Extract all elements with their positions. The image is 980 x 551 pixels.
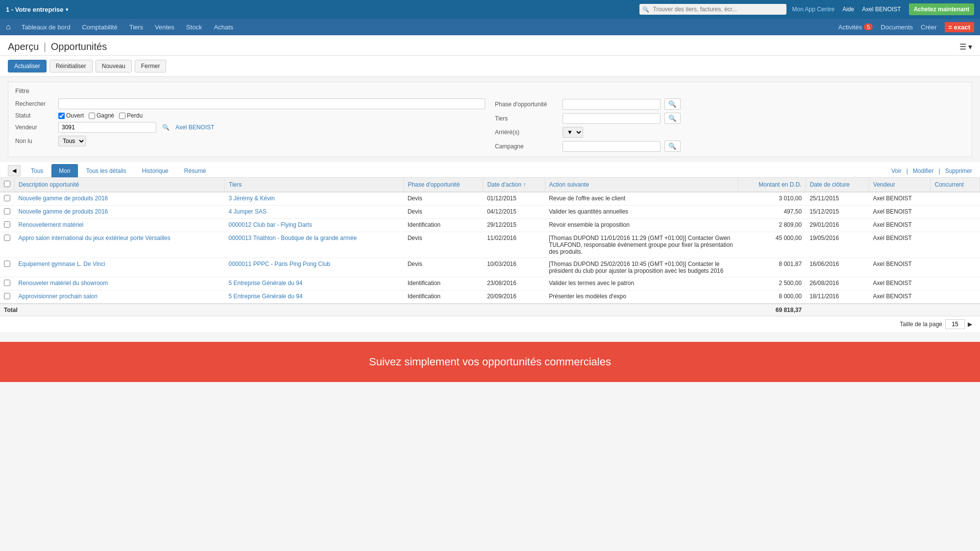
- tiers-name-link-2[interactable]: Club bar - Flying Darts: [253, 221, 312, 228]
- tiers-search-button[interactable]: 🔍: [664, 113, 681, 124]
- phase-search-button[interactable]: 🔍: [664, 98, 681, 110]
- tiers-name-link-6[interactable]: Entreprise Générale du 94: [234, 293, 303, 300]
- statut-ouvert-checkbox[interactable]: [58, 113, 65, 119]
- desc-link-4[interactable]: Equipement gymnase L. De Vinci: [19, 261, 105, 267]
- vendeur-input[interactable]: [58, 122, 156, 133]
- tab-historique[interactable]: Historique: [135, 164, 176, 177]
- col-concurrent[interactable]: Concurrent: [931, 178, 980, 192]
- row-checkbox-6[interactable]: [4, 293, 10, 299]
- actualiser-button[interactable]: Actualiser: [8, 60, 47, 72]
- row-vendeur-1: Axel BENOIST: [869, 206, 931, 219]
- tab-tous[interactable]: Tous: [24, 164, 50, 177]
- creer-link[interactable]: Créer: [921, 24, 937, 31]
- row-checkbox-3[interactable]: [4, 235, 10, 241]
- col-montant[interactable]: Montant en D.D.: [738, 178, 806, 192]
- fermer-button[interactable]: Fermer: [135, 60, 167, 72]
- page-header: Aperçu | Opportunités ☰ ▾: [0, 35, 980, 56]
- page-size-input[interactable]: [945, 319, 965, 329]
- filter-tiers-row: Tiers 🔍: [495, 113, 965, 124]
- row-checkbox-1[interactable]: [4, 208, 10, 215]
- activites-badge: 5: [864, 24, 873, 30]
- tiers-name-link-0[interactable]: Jérémy & Kévin: [234, 195, 275, 202]
- col-date-action[interactable]: Date d'action ↑: [483, 178, 545, 192]
- row-date-action-5: 23/08/2016: [483, 277, 545, 290]
- tiers-label: Tiers: [495, 115, 559, 122]
- reinitialiser-button[interactable]: Réinitialiser: [49, 60, 93, 72]
- row-description-4: Equipement gymnase L. De Vinci: [15, 258, 225, 277]
- col-phase[interactable]: Phase d'opportunité: [404, 178, 483, 192]
- mon-app-centre-link[interactable]: Mon App Centre: [792, 6, 835, 13]
- statut-perdu-label[interactable]: Perdu: [119, 112, 143, 119]
- vendeur-link[interactable]: Axel BENOIST: [175, 124, 214, 131]
- campagne-input[interactable]: [563, 141, 661, 152]
- modifier-link[interactable]: Modifier: [913, 168, 934, 174]
- select-all-checkbox[interactable]: [4, 181, 10, 187]
- tiers-num-link-4[interactable]: 0000011: [229, 261, 252, 267]
- tiers-name-link-5[interactable]: Entreprise Générale du 94: [234, 280, 303, 287]
- tiers-name-link-4[interactable]: PPPC - Paris Ping Pong Club: [253, 261, 330, 267]
- nouveau-button[interactable]: Nouveau: [96, 60, 132, 72]
- view-options-icon[interactable]: ☰ ▾: [959, 42, 972, 51]
- page-next-icon[interactable]: ▶: [968, 321, 972, 328]
- nav-stock[interactable]: Stock: [181, 21, 207, 34]
- col-action-suivante[interactable]: Action suivante: [545, 178, 738, 192]
- tiers-num-link-0[interactable]: 3: [229, 195, 232, 202]
- nav-comptabilite[interactable]: Comptabilité: [77, 21, 122, 34]
- nav-ventes[interactable]: Ventes: [150, 21, 179, 34]
- row-checkbox-0[interactable]: [4, 195, 10, 201]
- company-name[interactable]: 1 - Votre entreprise ▾: [6, 6, 68, 13]
- row-description-2: Renouvellement matériel: [15, 219, 225, 232]
- supprimer-link[interactable]: Supprimer: [945, 168, 972, 174]
- desc-link-2[interactable]: Renouvellement matériel: [19, 221, 84, 228]
- voir-link[interactable]: Voir: [891, 168, 902, 174]
- row-checkbox-4[interactable]: [4, 261, 10, 267]
- statut-ouvert-label[interactable]: Ouvert: [58, 112, 84, 119]
- desc-link-6[interactable]: Approvisionner prochain salon: [19, 293, 98, 300]
- nav-tiers[interactable]: Tiers: [124, 21, 148, 34]
- phase-input[interactable]: [563, 99, 661, 110]
- row-concurrent-3: [931, 232, 980, 258]
- campagne-search-button[interactable]: 🔍: [664, 141, 681, 152]
- tab-collapse-button[interactable]: ◀: [8, 165, 21, 176]
- col-description[interactable]: Description opportunité: [15, 178, 225, 192]
- row-phase-0: Devis: [404, 192, 483, 206]
- statut-perdu-checkbox[interactable]: [119, 113, 125, 119]
- arrieres-select[interactable]: ▼: [563, 127, 583, 138]
- desc-link-3[interactable]: Appro salon international du jeux extéri…: [19, 235, 171, 241]
- statut-gagne-checkbox[interactable]: [89, 113, 95, 119]
- user-menu[interactable]: Axel BENOIST: [862, 6, 901, 13]
- desc-link-0[interactable]: Nouvelle gamme de produits 2016: [19, 195, 108, 202]
- nav-tableaux-de-bord[interactable]: Tableaux de bord: [17, 21, 75, 34]
- aide-menu[interactable]: Aide: [842, 6, 854, 13]
- rechercher-input[interactable]: [58, 98, 485, 109]
- achetez-button[interactable]: Achetez maintenant: [909, 3, 974, 15]
- tab-tous-details[interactable]: Tous les détails: [79, 164, 134, 177]
- tiers-num-link-5[interactable]: 5: [229, 280, 232, 287]
- activites-link[interactable]: Activités 5: [838, 24, 873, 31]
- tiers-name-link-3[interactable]: Triathlon - Boutique de la grande armée: [253, 235, 357, 241]
- tiers-num-link-3[interactable]: 0000013: [229, 235, 252, 241]
- row-concurrent-1: [931, 206, 980, 219]
- desc-link-1[interactable]: Nouvelle gamme de produits 2016: [19, 208, 108, 215]
- tiers-name-link-1[interactable]: Jumper SAS: [234, 208, 267, 215]
- company-chevron-icon: ▾: [66, 7, 68, 12]
- nav-achats[interactable]: Achats: [209, 21, 238, 34]
- col-date-cloture[interactable]: Date de clôture: [806, 178, 869, 192]
- search-input[interactable]: [639, 4, 786, 15]
- col-vendeur[interactable]: Vendeur: [869, 178, 931, 192]
- documents-link[interactable]: Documents: [881, 24, 913, 31]
- tiers-input[interactable]: [563, 113, 661, 124]
- nonlu-select[interactable]: Tous Oui Non: [58, 136, 86, 146]
- tiers-num-link-2[interactable]: 0000012: [229, 221, 252, 228]
- tiers-num-link-6[interactable]: 5: [229, 293, 232, 300]
- row-checkbox-5[interactable]: [4, 280, 10, 286]
- tiers-num-link-1[interactable]: 4: [229, 208, 232, 215]
- tab-resume[interactable]: Résumé: [177, 164, 214, 177]
- statut-gagne-label[interactable]: Gagné: [89, 112, 114, 119]
- tabs-row: ◀ Tous Mon Tous les détails Historique R…: [0, 162, 980, 178]
- desc-link-5[interactable]: Renouveler matériel du showroom: [19, 280, 108, 287]
- tab-mon[interactable]: Mon: [51, 164, 77, 177]
- home-icon[interactable]: ⌂: [6, 23, 11, 31]
- row-checkbox-2[interactable]: [4, 221, 10, 228]
- col-tiers[interactable]: Tiers: [225, 178, 404, 192]
